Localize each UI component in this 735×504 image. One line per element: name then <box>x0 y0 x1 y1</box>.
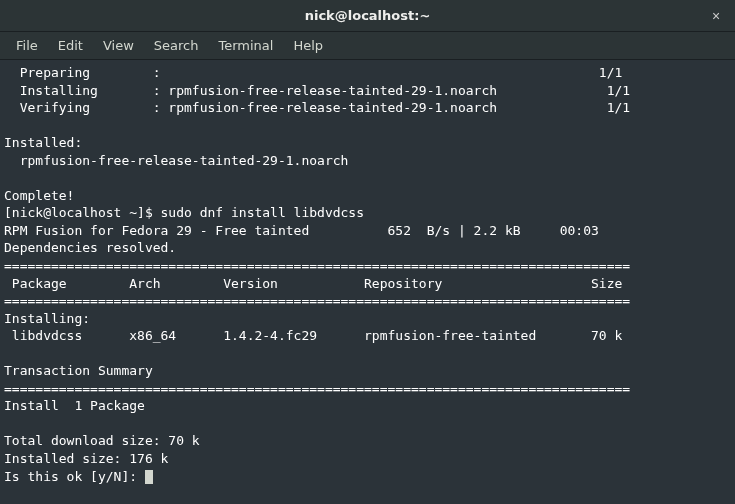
terminal-line: RPM Fusion for Fedora 29 - Free tainted … <box>4 223 599 238</box>
terminal-line: Total download size: 70 k <box>4 433 200 448</box>
terminal-line: [nick@localhost ~]$ sudo dnf install lib… <box>4 205 364 220</box>
window-title: nick@localhost:~ <box>305 8 431 23</box>
menu-view[interactable]: View <box>93 34 144 57</box>
terminal-line: Installed: <box>4 135 82 150</box>
menubar: File Edit View Search Terminal Help <box>0 32 735 60</box>
terminal-line: ========================================… <box>4 293 630 308</box>
terminal-line: Complete! <box>4 188 74 203</box>
menu-file[interactable]: File <box>6 34 48 57</box>
terminal-output[interactable]: Preparing : 1/1 Installing : rpmfusion-f… <box>0 60 735 489</box>
terminal-line: libdvdcss x86_64 1.4.2-4.fc29 rpmfusion-… <box>4 328 622 343</box>
terminal-line: Install 1 Package <box>4 398 145 413</box>
terminal-line: Package Arch Version Repository Size <box>4 276 622 291</box>
menu-help[interactable]: Help <box>283 34 333 57</box>
menu-terminal[interactable]: Terminal <box>208 34 283 57</box>
terminal-line: ========================================… <box>4 258 630 273</box>
menu-search[interactable]: Search <box>144 34 209 57</box>
terminal-line: Dependencies resolved. <box>4 240 176 255</box>
terminal-line: Installed size: 176 k <box>4 451 168 466</box>
terminal-prompt: Is this ok [y/N]: <box>4 469 145 484</box>
terminal-line: Installing : rpmfusion-free-release-tain… <box>4 83 630 98</box>
menu-edit[interactable]: Edit <box>48 34 93 57</box>
terminal-line: Verifying : rpmfusion-free-release-taint… <box>4 100 630 115</box>
terminal-line: rpmfusion-free-release-tainted-29-1.noar… <box>4 153 348 168</box>
cursor-icon <box>145 470 153 484</box>
titlebar: nick@localhost:~ × <box>0 0 735 32</box>
terminal-line: ========================================… <box>4 381 630 396</box>
close-icon[interactable]: × <box>707 7 725 25</box>
terminal-line: Installing: <box>4 311 90 326</box>
terminal-line: Preparing : 1/1 <box>4 65 622 80</box>
terminal-line: Transaction Summary <box>4 363 153 378</box>
